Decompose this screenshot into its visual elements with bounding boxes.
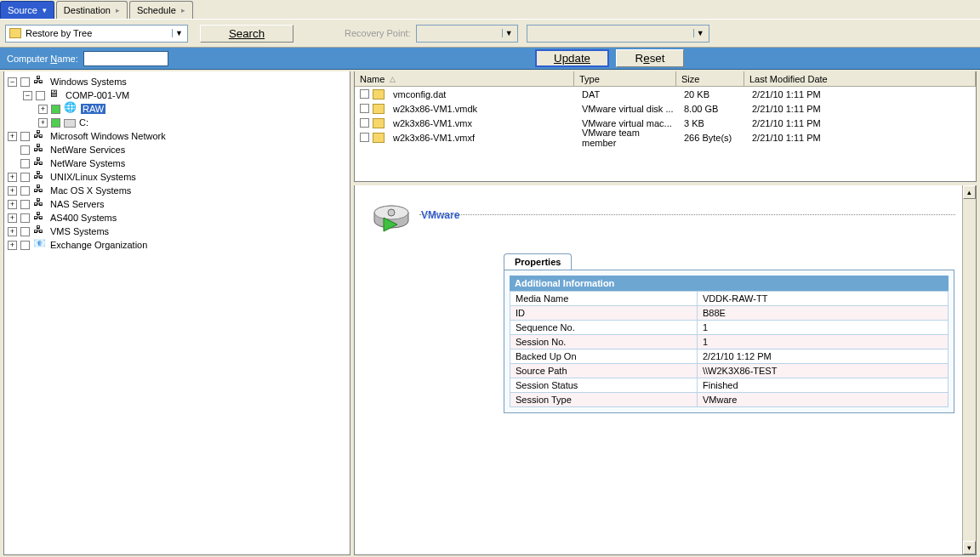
file-row[interactable]: w2k3x86-VM1.vmxfVMware team member266 By… bbox=[355, 130, 976, 145]
scroll-down-icon[interactable]: ▾ bbox=[963, 541, 976, 554]
checkbox[interactable] bbox=[360, 104, 369, 113]
recovery-date-combo[interactable]: ▼ bbox=[416, 25, 518, 43]
file-icon bbox=[373, 133, 385, 143]
network-icon bbox=[33, 157, 47, 169]
tree-node-raw[interactable]: + RAW bbox=[8, 102, 346, 116]
file-row[interactable]: vmconfig.datDAT20 KB2/21/10 1:11 PM bbox=[355, 87, 976, 101]
checkbox-checked[interactable] bbox=[51, 118, 60, 128]
tree-node-c-drive[interactable]: + C: bbox=[8, 116, 346, 129]
exchange-icon bbox=[33, 239, 47, 251]
file-row[interactable]: w2k3x86-VM1.vmdkVMware virtual disk ...8… bbox=[355, 101, 976, 116]
property-row: Media NameVDDK-RAW-TT bbox=[510, 292, 949, 306]
checkbox[interactable] bbox=[360, 118, 369, 128]
col-modified[interactable]: Last Modified Date bbox=[744, 71, 976, 86]
chevron-down-icon: ▾ bbox=[43, 6, 47, 14]
computer-name-input[interactable] bbox=[83, 51, 168, 66]
expand-icon[interactable]: + bbox=[8, 186, 17, 196]
dropdown-arrow-icon: ▼ bbox=[172, 29, 185, 37]
checkbox[interactable] bbox=[20, 213, 30, 223]
checkbox[interactable] bbox=[20, 173, 30, 182]
tree-pane: − Windows Systems − COMP-001-VM + RAW + bbox=[3, 71, 350, 555]
scroll-up-icon[interactable]: ▴ bbox=[963, 185, 976, 199]
expand-icon[interactable]: + bbox=[38, 118, 48, 128]
file-modified: 2/21/10 1:11 PM bbox=[747, 118, 976, 128]
detail-header: VMware bbox=[370, 194, 459, 236]
tab-source-label: Source bbox=[8, 5, 37, 15]
expand-icon[interactable]: + bbox=[8, 200, 17, 209]
tree-node-macosx[interactable]: + Mac OS X Systems bbox=[8, 184, 346, 197]
checkbox[interactable] bbox=[36, 91, 45, 100]
tree-node-netware-systems[interactable]: NetWare Systems bbox=[8, 156, 346, 170]
recovery-session-combo[interactable]: ▼ bbox=[527, 25, 709, 43]
reset-button[interactable]: Reset bbox=[616, 49, 684, 67]
property-key: Session No. bbox=[510, 335, 698, 350]
checkbox[interactable] bbox=[20, 159, 30, 168]
tree-node-vms[interactable]: + VMS Systems bbox=[8, 225, 346, 238]
property-value: 1 bbox=[698, 321, 949, 335]
tab-source[interactable]: Source ▾ bbox=[0, 1, 54, 19]
checkbox[interactable] bbox=[20, 132, 30, 141]
tree-node-unix-linux[interactable]: + UNIX/Linux Systems bbox=[8, 170, 346, 184]
file-size: 8.00 GB bbox=[679, 104, 747, 114]
tree-node-windows-systems[interactable]: − Windows Systems bbox=[8, 75, 346, 88]
checkbox[interactable] bbox=[20, 200, 30, 209]
update-button-label: Update bbox=[554, 52, 590, 65]
property-key: Sequence No. bbox=[510, 321, 698, 335]
svg-point-2 bbox=[388, 209, 395, 216]
tree-label: Microsoft Windows Network bbox=[50, 131, 166, 141]
expand-icon[interactable]: + bbox=[8, 132, 17, 141]
checkbox[interactable] bbox=[360, 133, 369, 142]
divider bbox=[419, 214, 955, 215]
col-name[interactable]: Name △ bbox=[355, 71, 574, 86]
file-name: w2k3x86-VM1.vmx bbox=[388, 118, 577, 128]
col-size[interactable]: Size bbox=[676, 71, 744, 86]
property-key: ID bbox=[510, 306, 698, 321]
checkbox[interactable] bbox=[20, 145, 30, 155]
checkbox[interactable] bbox=[360, 89, 369, 99]
checkbox[interactable] bbox=[20, 77, 30, 87]
properties-tab[interactable]: Properties bbox=[504, 253, 572, 270]
property-row: Source Path\\W2K3X86-TEST bbox=[510, 364, 949, 378]
property-key: Media Name bbox=[510, 292, 698, 306]
subheader: Computer Name: Update Reset bbox=[0, 48, 980, 70]
tree-node-as400[interactable]: + AS400 Systems bbox=[8, 211, 346, 225]
property-row: Session No.1 bbox=[510, 335, 949, 350]
toolbar: Restore by Tree ▼ Search Recovery Point:… bbox=[0, 19, 980, 48]
tab-destination[interactable]: Destination ▸ bbox=[56, 1, 128, 19]
checkbox-checked[interactable] bbox=[51, 105, 60, 114]
checkbox[interactable] bbox=[20, 186, 30, 196]
globe-icon bbox=[64, 103, 77, 115]
reset-button-label: Reset bbox=[635, 52, 665, 65]
tree-label: Windows Systems bbox=[50, 77, 127, 87]
tab-schedule[interactable]: Schedule ▸ bbox=[129, 1, 193, 19]
tree-node-nas[interactable]: + NAS Servers bbox=[8, 197, 346, 211]
expand-icon[interactable]: + bbox=[8, 213, 17, 223]
sort-asc-icon: △ bbox=[390, 75, 396, 83]
update-button[interactable]: Update bbox=[535, 49, 609, 67]
checkbox[interactable] bbox=[20, 227, 30, 236]
tab-schedule-label: Schedule bbox=[137, 5, 176, 15]
col-size-label: Size bbox=[681, 74, 699, 84]
network-icon bbox=[33, 130, 47, 142]
expand-icon[interactable]: + bbox=[8, 241, 17, 250]
tree-node-comp-001-vm[interactable]: − COMP-001-VM bbox=[8, 88, 346, 102]
tree-node-exchange[interactable]: + Exchange Organization bbox=[8, 238, 346, 252]
checkbox[interactable] bbox=[20, 241, 30, 250]
restore-mode-combo[interactable]: Restore by Tree ▼ bbox=[5, 25, 188, 43]
tree-node-ms-windows-network[interactable]: + Microsoft Windows Network bbox=[8, 129, 346, 143]
expand-icon[interactable]: + bbox=[38, 105, 48, 114]
chevron-right-icon: ▸ bbox=[181, 6, 185, 14]
collapse-icon[interactable]: − bbox=[8, 77, 17, 87]
col-name-label: Name bbox=[360, 74, 385, 84]
expand-icon[interactable]: + bbox=[8, 227, 17, 236]
property-row: Session StatusFinished bbox=[510, 378, 949, 393]
vertical-scrollbar[interactable]: ▴ ▾ bbox=[962, 185, 976, 554]
col-type[interactable]: Type bbox=[574, 71, 676, 86]
tab-destination-label: Destination bbox=[64, 5, 111, 15]
property-key: Session Type bbox=[510, 393, 698, 407]
tree-node-netware-services[interactable]: NetWare Services bbox=[8, 143, 346, 156]
collapse-icon[interactable]: − bbox=[23, 91, 32, 100]
search-button[interactable]: Search bbox=[200, 25, 293, 43]
tree-label: C: bbox=[79, 117, 88, 128]
expand-icon[interactable]: + bbox=[8, 173, 17, 182]
